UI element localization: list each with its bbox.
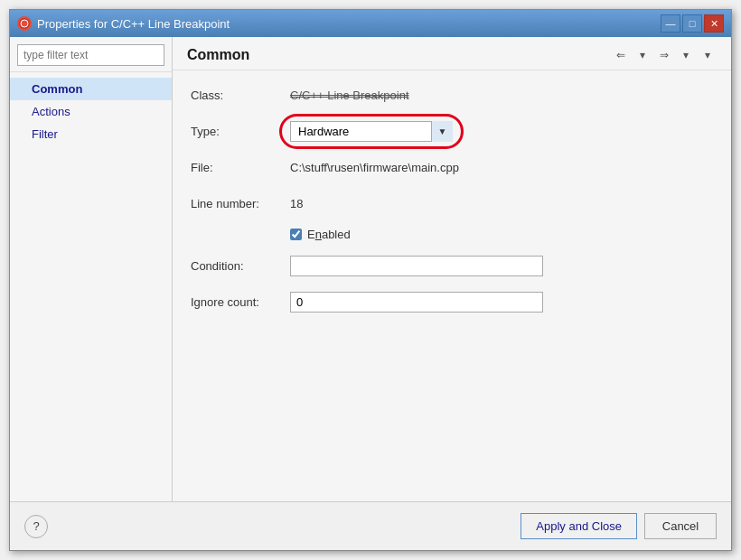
filter-input[interactable]	[17, 44, 164, 66]
file-value: C:\stuff\rusen\firmware\main.cpp	[290, 161, 459, 174]
forward-dropdown-icon[interactable]: ▾	[677, 46, 695, 64]
nav-item-filter[interactable]: Filter	[10, 123, 172, 145]
help-button[interactable]: ?	[24, 515, 48, 538]
enabled-row: Enabled	[290, 228, 713, 241]
close-button[interactable]: ✕	[704, 14, 724, 33]
type-label: Type:	[191, 125, 290, 138]
nav-item-common[interactable]: Common	[10, 78, 172, 100]
line-number-row: Line number: 18	[191, 191, 713, 215]
right-panel: Common ⇐ ▾ ⇒ ▾ ▾ Class: C/C++ Line Break…	[173, 37, 731, 501]
enabled-checkbox[interactable]	[290, 229, 302, 240]
nav-icons: ⇐ ▾ ⇒ ▾ ▾	[612, 46, 717, 64]
dialog-window: Properties for C/C++ Line Breakpoint — □…	[9, 9, 732, 551]
title-bar-left: Properties for C/C++ Line Breakpoint	[17, 16, 230, 31]
title-bar: Properties for C/C++ Line Breakpoint — □…	[10, 10, 731, 37]
dialog-footer: ? Apply and Close Cancel	[10, 501, 731, 550]
file-row: File: C:\stuff\rusen\firmware\main.cpp	[191, 155, 713, 179]
window-title: Properties for C/C++ Line Breakpoint	[37, 17, 230, 31]
stop-icon	[17, 16, 32, 31]
cancel-button[interactable]: Cancel	[644, 513, 717, 539]
class-row: Class: C/C++ Line Breakpoint	[191, 83, 713, 107]
class-value: C/C++ Line Breakpoint	[290, 89, 409, 102]
left-panel: Common Actions Filter	[10, 37, 173, 501]
ignore-label: Ignore count:	[191, 295, 290, 309]
back-dropdown-icon[interactable]: ▾	[633, 46, 652, 64]
type-select-wrap: Regular Hardware Software ▼	[290, 121, 453, 142]
footer-right: Apply and Close Cancel	[521, 513, 717, 539]
section-title: Common	[187, 47, 249, 63]
forward-nav-icon[interactable]: ⇒	[655, 46, 673, 64]
type-row: Type: Regular Hardware Software ▼	[191, 119, 713, 143]
form-content: Class: C/C++ Line Breakpoint Type: Regul…	[173, 70, 731, 501]
condition-input[interactable]	[290, 256, 543, 276]
line-label: Line number:	[191, 197, 290, 210]
condition-row: Condition:	[191, 254, 713, 277]
title-bar-controls: — □ ✕	[661, 14, 724, 33]
nav-items: Common Actions Filter	[10, 72, 172, 501]
minimize-button[interactable]: —	[661, 14, 680, 33]
dialog-body: Common Actions Filter Common ⇐ ▾ ⇒ ▾ ▾	[10, 37, 731, 501]
ignore-count-input[interactable]	[290, 292, 543, 313]
right-header: Common ⇐ ▾ ⇒ ▾ ▾	[173, 37, 731, 70]
enabled-label-text: Enabled	[307, 228, 351, 241]
class-label: Class:	[191, 89, 290, 102]
line-value: 18	[290, 197, 303, 210]
condition-label: Condition:	[191, 259, 290, 273]
nav-item-actions[interactable]: Actions	[10, 100, 172, 123]
type-select[interactable]: Regular Hardware Software	[290, 121, 453, 142]
filter-wrap	[10, 37, 172, 72]
file-label: File:	[191, 161, 290, 174]
apply-close-button[interactable]: Apply and Close	[521, 513, 637, 539]
svg-point-0	[21, 20, 28, 27]
back-nav-icon[interactable]: ⇐	[612, 46, 630, 64]
enabled-label: Enabled	[307, 228, 351, 241]
more-nav-icon[interactable]: ▾	[699, 46, 717, 64]
ignore-count-row: Ignore count:	[191, 290, 713, 313]
maximize-button[interactable]: □	[682, 14, 702, 33]
footer-left: ?	[24, 515, 48, 538]
